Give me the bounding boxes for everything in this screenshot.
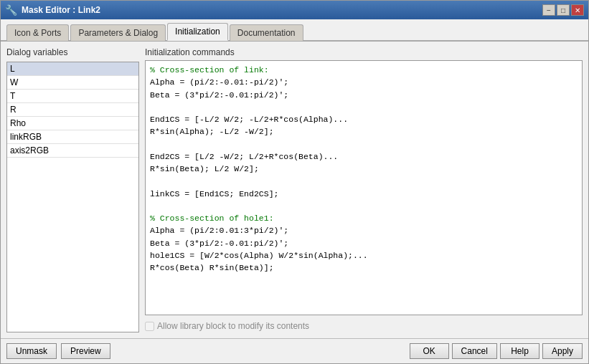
tab-params-dialog[interactable]: Parameters & Dialog [70, 24, 166, 41]
ok-button[interactable]: OK [410, 343, 449, 359]
titlebar-buttons: − □ ✕ [542, 4, 584, 16]
variable-item-Rho[interactable]: Rho [7, 117, 138, 130]
variable-list: L W T R Rho linkRGB axis2RGB [6, 62, 139, 332]
preview-button[interactable]: Preview [61, 343, 110, 359]
variable-item-R[interactable]: R [7, 103, 138, 117]
window-icon: 🔧 [5, 4, 17, 16]
bottom-left-buttons: Unmask Preview [6, 343, 110, 359]
titlebar: 🔧 Mask Editor : Link2 − □ ✕ [1, 1, 588, 19]
bottom-bar: Unmask Preview OK Cancel Help Apply [1, 338, 588, 363]
window-title: Mask Editor : Link2 [22, 5, 100, 15]
code-area-wrapper: % Cross-section of link: Alpha = (pi/2:-… [145, 60, 583, 315]
variable-item-W[interactable]: W [7, 76, 138, 90]
dialog-variables-label: Dialog variables [6, 47, 139, 57]
titlebar-left: 🔧 Mask Editor : Link2 [5, 4, 100, 16]
apply-button[interactable]: Apply [542, 343, 583, 359]
variable-item-axis2RGB[interactable]: axis2RGB [7, 144, 138, 158]
tabs-bar: Icon & Ports Parameters & Dialog Initial… [1, 19, 588, 42]
tab-icon-ports[interactable]: Icon & Ports [6, 24, 69, 41]
variable-item-L[interactable]: L [7, 62, 138, 76]
tab-initialization[interactable]: Initialization [167, 23, 228, 41]
right-panel: Initialization commands % Cross-section … [145, 47, 583, 332]
variable-item-linkRGB[interactable]: linkRGB [7, 130, 138, 144]
left-panel: Dialog variables L W T R Rho linkRGB axi… [6, 47, 139, 332]
variable-item-T[interactable]: T [7, 90, 138, 103]
minimize-button[interactable]: − [542, 4, 555, 16]
allow-library-section: Allow library block to modify its conten… [145, 318, 583, 332]
main-content: Dialog variables L W T R Rho linkRGB axi… [1, 42, 588, 338]
init-commands-label: Initialization commands [145, 47, 583, 57]
close-button[interactable]: ✕ [571, 4, 584, 16]
maximize-button[interactable]: □ [557, 4, 570, 16]
code-editor[interactable]: % Cross-section of link: Alpha = (pi/2:-… [146, 61, 582, 315]
allow-library-checkbox[interactable] [145, 322, 154, 331]
cancel-button[interactable]: Cancel [452, 343, 497, 359]
main-window: 🔧 Mask Editor : Link2 − □ ✕ Icon & Ports… [0, 0, 589, 364]
tab-documentation[interactable]: Documentation [230, 24, 303, 41]
unmask-button[interactable]: Unmask [6, 343, 57, 359]
help-button[interactable]: Help [500, 343, 539, 359]
bottom-right-buttons: OK Cancel Help Apply [410, 343, 583, 359]
allow-library-label: Allow library block to modify its conten… [157, 321, 309, 331]
